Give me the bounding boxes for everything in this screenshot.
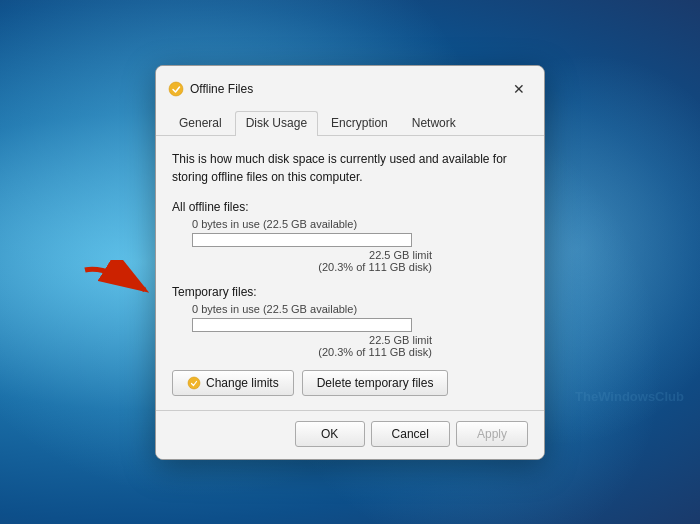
change-limits-button[interactable]: Change limits xyxy=(172,370,294,396)
close-button[interactable]: ✕ xyxy=(506,76,532,102)
temp-files-progress-container xyxy=(192,318,528,332)
dialog-content: This is how much disk space is currently… xyxy=(156,136,544,410)
delete-temp-button[interactable]: Delete temporary files xyxy=(302,370,449,396)
tab-general[interactable]: General xyxy=(168,111,233,136)
tab-disk-usage[interactable]: Disk Usage xyxy=(235,111,318,136)
all-offline-progress-container xyxy=(192,233,528,247)
ok-button[interactable]: OK xyxy=(295,421,365,447)
temp-files-usage: 0 bytes in use (22.5 GB available) xyxy=(192,303,528,315)
dialog-title: Offline Files xyxy=(190,82,253,96)
title-bar: Offline Files ✕ xyxy=(156,66,544,102)
svg-point-0 xyxy=(169,82,183,96)
apply-button[interactable]: Apply xyxy=(456,421,528,447)
all-offline-usage: 0 bytes in use (22.5 GB available) xyxy=(192,218,528,230)
tab-encryption[interactable]: Encryption xyxy=(320,111,399,136)
all-offline-label: All offline files: xyxy=(172,200,528,214)
offline-files-dialog: Offline Files ✕ General Disk Usage Encry… xyxy=(155,65,545,460)
change-limits-label: Change limits xyxy=(206,376,279,390)
action-buttons-row: Change limits Delete temporary files xyxy=(172,370,528,396)
svg-point-1 xyxy=(188,377,200,389)
all-offline-disk: (20.3% of 111 GB disk) xyxy=(192,261,432,273)
cancel-button[interactable]: Cancel xyxy=(371,421,450,447)
temp-files-label: Temporary files: xyxy=(172,285,528,299)
offline-files-icon xyxy=(168,81,184,97)
description-text: This is how much disk space is currently… xyxy=(172,150,528,186)
tab-bar: General Disk Usage Encryption Network xyxy=(156,102,544,136)
temp-files-progress-bar xyxy=(192,318,412,332)
dialog-wrapper: Offline Files ✕ General Disk Usage Encry… xyxy=(155,65,545,460)
temp-files-limit: 22.5 GB limit xyxy=(192,334,432,346)
tab-network[interactable]: Network xyxy=(401,111,467,136)
temp-files-disk: (20.3% of 111 GB disk) xyxy=(192,346,432,358)
all-offline-limit: 22.5 GB limit xyxy=(192,249,432,261)
title-left: Offline Files xyxy=(168,81,253,97)
change-limits-icon xyxy=(187,376,201,390)
dialog-footer: OK Cancel Apply xyxy=(156,410,544,459)
all-offline-progress-bar xyxy=(192,233,412,247)
delete-temp-label: Delete temporary files xyxy=(317,376,434,390)
